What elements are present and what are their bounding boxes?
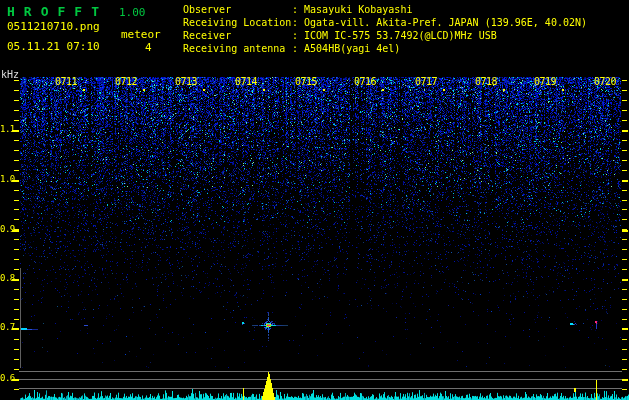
datetime-label: 05.11.21 07:10 — [7, 41, 100, 52]
time-tick-label: 0712 — [115, 77, 137, 87]
info-label: Receiver — [183, 29, 292, 42]
freq-tick-label: 1.0 — [0, 175, 14, 184]
hrofft-screen: HROFFT 1.00 0511210710.png meteor 05.11.… — [0, 0, 629, 400]
time-tick-label: 0717 — [415, 77, 437, 87]
freq-tick-label: 0.7 — [0, 323, 14, 332]
info-label: Receiving Location — [183, 16, 292, 29]
freq-tick-label: 0.6 — [0, 374, 14, 383]
time-tick-label: 0720 — [594, 77, 616, 87]
freq-tick-label: 0.9 — [0, 225, 14, 234]
time-tick-label: 0711 — [55, 77, 77, 87]
time-tick-label: 0718 — [475, 77, 497, 87]
info-value: Ogata-vill. Akita-Pref. JAPAN (139.96E, … — [304, 17, 587, 28]
time-tick-label: 0719 — [534, 77, 556, 87]
info-value: ICOM IC-575 53.7492(@LCD)MHz USB — [304, 30, 497, 41]
info-row: Receiving Location: Ogata-vill. Akita-Pr… — [183, 16, 587, 29]
output-filename: 0511210710.png — [7, 21, 100, 32]
info-colon: : — [292, 4, 304, 15]
info-colon: : — [292, 43, 304, 54]
time-tick-label: 0714 — [235, 77, 257, 87]
info-value: Masayuki Kobayashi — [304, 4, 412, 15]
station-info-block: Observer: Masayuki KobayashiReceiving Lo… — [183, 3, 587, 55]
meteor-count: 4 — [145, 42, 152, 53]
mode-label: meteor — [121, 29, 161, 40]
freq-tick-label: 1.1 — [0, 125, 14, 134]
info-colon: : — [292, 17, 304, 28]
info-value: A504HB(yagi 4el) — [304, 43, 400, 54]
app-title: HROFFT — [7, 5, 108, 18]
info-row: Receiving antenna: A504HB(yagi 4el) — [183, 42, 587, 55]
freq-unit-label: kHz — [1, 70, 19, 80]
app-version: 1.00 — [119, 7, 146, 18]
info-colon: : — [292, 30, 304, 41]
freq-tick-label: 0.8 — [0, 274, 14, 283]
time-tick-label: 0715 — [295, 77, 317, 87]
info-label: Receiving antenna — [183, 42, 292, 55]
time-tick-label: 0716 — [354, 77, 376, 87]
info-row: Receiver: ICOM IC-575 53.7492(@LCD)MHz U… — [183, 29, 587, 42]
time-tick-label: 0713 — [175, 77, 197, 87]
info-row: Observer: Masayuki Kobayashi — [183, 3, 587, 16]
spectrogram-canvas — [0, 0, 629, 400]
info-label: Observer — [183, 3, 292, 16]
